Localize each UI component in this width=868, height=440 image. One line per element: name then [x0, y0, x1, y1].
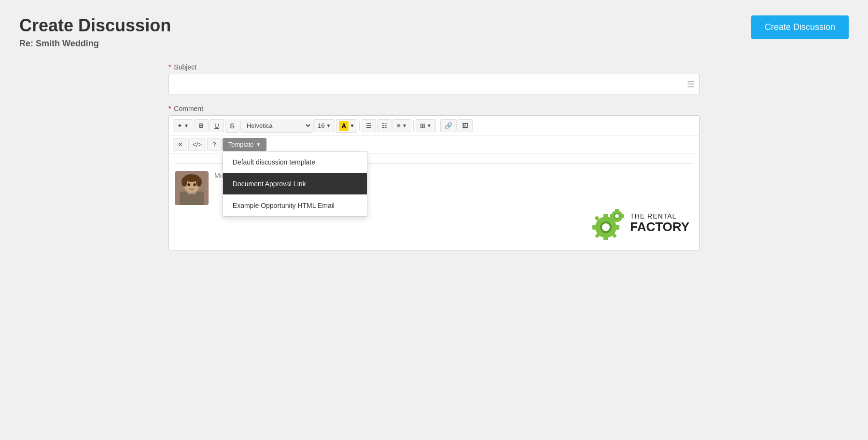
template-item-example[interactable]: Example Opportunity HTML Email	[223, 195, 367, 216]
template-caret: ▼	[256, 142, 261, 147]
svg-rect-11	[603, 214, 608, 218]
link-icon: 🔗	[445, 122, 452, 129]
align-caret: ▼	[402, 123, 407, 128]
template-dropdown-menu: Default discussion template Document App…	[223, 151, 367, 217]
color-caret: ▼	[350, 123, 354, 128]
svg-rect-13	[592, 225, 596, 230]
svg-point-26	[615, 214, 619, 218]
ordered-list-button[interactable]: ☷	[377, 119, 392, 132]
comment-label: * Comment	[168, 105, 700, 112]
unordered-list-icon: ☰	[366, 122, 372, 129]
help-icon: ?	[212, 141, 216, 148]
template-item-default[interactable]: Default discussion template	[223, 151, 367, 173]
unordered-list-button[interactable]: ☰	[362, 119, 376, 132]
table-button[interactable]: ⊞ ▼	[416, 119, 436, 132]
color-button[interactable]: A ▼	[336, 119, 357, 133]
table-icon: ⊞	[420, 122, 425, 129]
align-icon: ≡	[397, 122, 401, 129]
magic-icon: ✦	[177, 122, 182, 129]
bold-button[interactable]: B	[194, 119, 209, 132]
font-size-button[interactable]: 16 ▼	[313, 119, 335, 132]
top-action-area: Create Discussion	[751, 15, 849, 39]
link-button[interactable]: 🔗	[440, 119, 457, 132]
svg-rect-25	[621, 214, 624, 218]
svg-point-8	[194, 183, 196, 186]
toolbar-sep-1	[359, 121, 360, 131]
page-container: Create Discussion Create Discussion Re: …	[0, 0, 868, 440]
subject-field-wrap: ☰	[168, 74, 700, 95]
svg-rect-12	[603, 237, 608, 240]
svg-rect-24	[610, 214, 613, 218]
table-caret: ▼	[427, 123, 432, 128]
font-size-label: 16	[318, 122, 324, 129]
toolbar-sep-2	[413, 121, 414, 131]
subject-icon: ☰	[687, 79, 695, 90]
editor-wrapper: ✦ ▼ B U S Helvetica Arial Times New Roma…	[168, 115, 700, 250]
font-select[interactable]: Helvetica Arial Times New Roman	[240, 119, 312, 133]
svg-rect-22	[615, 209, 619, 211]
template-label: Template	[228, 141, 254, 148]
svg-rect-14	[616, 225, 619, 230]
ordered-list-icon: ☷	[381, 122, 387, 129]
svg-point-6	[196, 177, 202, 187]
toolbar-sep-3	[438, 121, 438, 131]
required-indicator: *	[168, 63, 171, 71]
color-a-icon: A	[339, 121, 349, 131]
help-button[interactable]: ?	[207, 138, 222, 151]
toolbar-row-1: ✦ ▼ B U S Helvetica Arial Times New Roma…	[169, 116, 699, 136]
company-name: THE RENTAL FACTORY	[630, 213, 689, 234]
magic-caret: ▼	[184, 123, 189, 128]
required-indicator-2: *	[168, 105, 171, 112]
align-button[interactable]: ≡ ▼	[392, 119, 411, 132]
clear-formatting-button[interactable]: ✕	[173, 138, 187, 151]
subject-label: * Subject	[168, 63, 700, 71]
clear-icon: ✕	[178, 141, 183, 148]
page-title: Create Discussion	[19, 15, 849, 36]
create-discussion-button[interactable]: Create Discussion	[751, 15, 849, 39]
template-item-approval[interactable]: Document Approval Link	[223, 173, 367, 195]
underline-button[interactable]: U	[210, 119, 224, 132]
avatar-image	[175, 171, 209, 205]
code-icon: </>	[193, 141, 202, 148]
svg-point-7	[188, 183, 190, 186]
image-icon: 🖼	[462, 122, 468, 129]
strikethrough-button[interactable]: S	[225, 119, 239, 133]
template-button[interactable]: Template ▼	[223, 138, 267, 151]
page-subtitle: Re: Smith Wedding	[19, 39, 849, 49]
image-button[interactable]: 🖼	[458, 119, 473, 132]
svg-point-5	[182, 177, 187, 187]
svg-rect-23	[615, 220, 619, 222]
gear-icon	[587, 206, 625, 240]
avatar	[175, 171, 209, 205]
form-section: * Subject ☰ * Comment ✦ ▼ B U	[168, 63, 700, 250]
svg-point-19	[602, 223, 610, 231]
size-caret: ▼	[326, 123, 331, 128]
company-logo: THE RENTAL FACTORY	[587, 206, 689, 240]
subject-input[interactable]	[168, 74, 700, 95]
magic-button[interactable]: ✦ ▼	[173, 119, 193, 132]
code-button[interactable]: </>	[188, 138, 206, 151]
template-dropdown-wrap: Template ▼ Default discussion template D…	[223, 138, 267, 151]
toolbar-row-2: ✕ </> ? Template ▼	[169, 136, 699, 153]
